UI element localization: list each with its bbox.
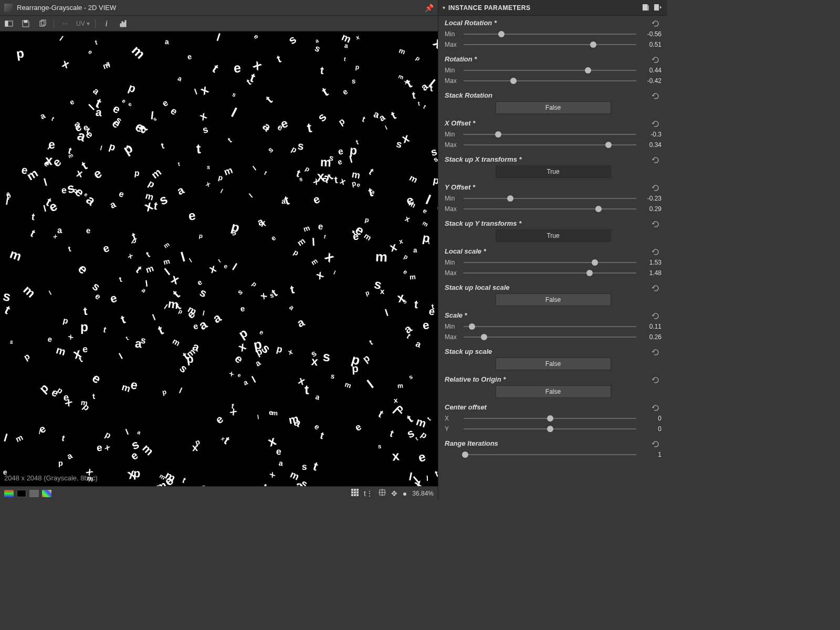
info-icon[interactable]: i: [101, 18, 112, 29]
scatter-letter: t: [118, 275, 123, 284]
scatter-letter: t: [83, 304, 88, 318]
reset-icon[interactable]: [652, 220, 662, 227]
scatter-letter: t: [125, 335, 130, 341]
slider-min[interactable]: [464, 134, 636, 135]
toggle-stack_y[interactable]: True: [496, 229, 611, 242]
slider-x[interactable]: [464, 418, 636, 419]
scatter-letter: p: [364, 216, 370, 224]
params-panel[interactable]: Local Rotation *Min-0.56Max0.51Rotation …: [438, 16, 667, 500]
reset-icon[interactable]: [652, 92, 662, 99]
dock-icon[interactable]: [3, 18, 15, 29]
scatter-letter: t: [263, 93, 275, 106]
slider-thumb[interactable]: [507, 195, 513, 202]
scatter-letter: t: [226, 136, 233, 144]
swatch-gray[interactable]: [29, 490, 39, 497]
scatter-letter: e: [341, 88, 350, 97]
slider-value-max: 0.51: [640, 41, 662, 48]
toggle-stack_x[interactable]: True: [496, 165, 611, 178]
slider-thumb[interactable]: [605, 142, 612, 148]
toggle-stack_scale[interactable]: False: [496, 358, 611, 370]
scatter-letter: t: [323, 234, 326, 240]
viewport-2d[interactable]: paelmaeeattesselstmeplspaampptmlxetxatsl…: [0, 32, 438, 486]
status-bar: t⋮ ✥ ● 36.84%: [0, 486, 438, 500]
toggle-relative_origin[interactable]: False: [496, 385, 611, 398]
dot-icon[interactable]: ●: [403, 489, 407, 498]
slider-max[interactable]: [464, 44, 636, 45]
slider-thumb[interactable]: [462, 452, 468, 458]
grid-icon[interactable]: [351, 489, 359, 498]
scatter-letter: p: [350, 351, 362, 368]
move-icon[interactable]: ✥: [391, 489, 397, 498]
scatter-letter: x: [127, 251, 134, 260]
reset-icon[interactable]: [652, 284, 662, 291]
slider-thumb[interactable]: [481, 334, 487, 340]
preset-icon[interactable]: [642, 3, 651, 13]
slider-max[interactable]: [464, 144, 636, 145]
toggle-stack_local_scale[interactable]: False: [496, 293, 611, 306]
slider-thumb[interactable]: [586, 270, 593, 276]
collapse-icon[interactable]: ▾: [443, 5, 445, 10]
copy-icon[interactable]: [37, 18, 48, 29]
slider-thumb[interactable]: [585, 67, 591, 74]
reset-icon[interactable]: [652, 184, 662, 191]
slider-value-max: 0.26: [640, 333, 662, 341]
reset-icon[interactable]: [652, 248, 662, 255]
slider-val[interactable]: [464, 454, 636, 455]
scatter-letter: e: [253, 33, 261, 41]
slider-max[interactable]: [464, 80, 636, 81]
export-icon[interactable]: [653, 3, 663, 13]
pin-icon[interactable]: 📌: [425, 4, 434, 12]
uv-dropdown[interactable]: UV ▾: [76, 20, 90, 27]
slider-thumb[interactable]: [547, 426, 553, 432]
slider-min[interactable]: [464, 262, 636, 263]
scatter-letter: e: [96, 442, 102, 454]
slider-thumb[interactable]: [510, 78, 517, 84]
slider-min[interactable]: [464, 70, 636, 71]
svg-rect-5: [120, 24, 121, 27]
reset-icon[interactable]: [652, 376, 662, 383]
histogram-icon[interactable]: [118, 18, 129, 29]
reset-icon[interactable]: [652, 56, 662, 63]
slider-thumb[interactable]: [498, 31, 505, 37]
save-icon[interactable]: [20, 18, 32, 29]
scatter-letter: t: [306, 120, 313, 135]
scatter-letter: a: [288, 303, 296, 311]
scatter-letter: p: [337, 116, 346, 128]
crop-icon[interactable]: [379, 489, 386, 498]
swatch-black[interactable]: [17, 490, 26, 497]
slider-thumb[interactable]: [590, 41, 596, 48]
slider-min[interactable]: [464, 198, 636, 199]
reset-icon[interactable]: [652, 312, 662, 319]
scatter-letter: s: [378, 443, 382, 449]
reset-icon[interactable]: [652, 156, 662, 163]
slider-min[interactable]: [464, 34, 636, 35]
svg-rect-22: [654, 4, 659, 10]
param-title: Local Rotation *: [445, 19, 652, 27]
slider-thumb[interactable]: [547, 415, 553, 422]
toggle-stack_rotation[interactable]: False: [496, 101, 611, 114]
slider-max[interactable]: [464, 337, 636, 338]
slider-thumb[interactable]: [592, 259, 598, 266]
reset-icon[interactable]: [652, 440, 662, 447]
link-icon[interactable]: [59, 18, 71, 29]
svg-rect-12: [351, 491, 353, 494]
slider-thumb[interactable]: [495, 131, 501, 138]
reset-icon[interactable]: [652, 404, 662, 411]
slider-max[interactable]: [464, 272, 636, 274]
slider-min[interactable]: [464, 326, 636, 327]
scatter-letter: p: [361, 352, 372, 365]
reset-icon[interactable]: [652, 120, 662, 127]
reset-icon[interactable]: [652, 19, 662, 27]
scatter-letter: t: [61, 433, 66, 443]
swatch-rgb[interactable]: [42, 490, 51, 497]
channels-icon[interactable]: [4, 490, 14, 497]
slider-thumb[interactable]: [595, 206, 602, 212]
slider-label-max: Max: [445, 205, 459, 213]
param-stack_y: Stack up Y transforms *True: [445, 219, 662, 242]
text-tile-icon[interactable]: t⋮: [364, 489, 373, 498]
slider-thumb[interactable]: [469, 323, 475, 330]
reset-icon[interactable]: [652, 348, 662, 355]
slider-label-min: Min: [445, 259, 459, 266]
slider-max[interactable]: [464, 208, 636, 209]
slider-y[interactable]: [464, 428, 636, 429]
